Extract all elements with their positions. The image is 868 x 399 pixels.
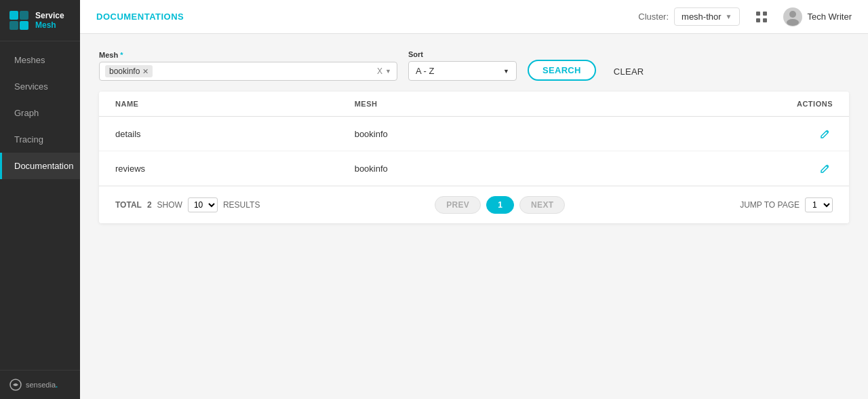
row-mesh-details: bookinfo [355, 129, 594, 139]
sidebar-logo: Service Mesh [0, 0, 80, 41]
search-button[interactable]: SEARCH [528, 60, 596, 81]
main-content: DOCUMENTATIONS Cluster: mesh-thor ▼ [80, 0, 868, 399]
chevron-down-icon: ▼ [726, 13, 732, 20]
user-info: Tech Writer [783, 7, 852, 26]
sort-filter-label: Sort [408, 50, 517, 58]
mesh-input-clear[interactable]: X ▼ [377, 66, 391, 76]
sidebar-item-documentation[interactable]: Documentation [0, 153, 80, 179]
sidebar-footer: sensedia. [0, 370, 80, 399]
chevron-down-icon: ▼ [503, 68, 509, 75]
sort-dropdown[interactable]: A - Z ▼ [408, 61, 517, 81]
page-1-button[interactable]: 1 [486, 196, 514, 214]
cluster-selector: Cluster: mesh-thor ▼ [638, 7, 739, 26]
avatar [783, 7, 802, 26]
show-label: SHOW [157, 200, 182, 210]
user-name: Tech Writer [808, 12, 852, 22]
tag-close-icon[interactable]: ✕ [142, 67, 149, 76]
svg-rect-8 [763, 18, 767, 22]
cluster-label: Cluster: [638, 12, 669, 22]
sidebar-item-tracing[interactable]: Tracing [0, 126, 80, 153]
topbar: DOCUMENTATIONS Cluster: mesh-thor ▼ [80, 0, 868, 34]
total-label: TOTAL [115, 200, 142, 210]
clear-button[interactable]: CLEAR [607, 62, 651, 81]
sort-filter-group: Sort A - Z ▼ [408, 50, 517, 81]
chevron-down-icon: ▼ [385, 68, 391, 75]
table-header: NAME MESH ACTIONS [99, 92, 849, 117]
pagination-info: TOTAL 2 SHOW 10 25 50 RESULTS [115, 197, 260, 212]
svg-rect-2 [9, 21, 18, 30]
grid-icon[interactable] [751, 6, 772, 28]
svg-point-10 [787, 19, 799, 26]
next-button[interactable]: NEXT [519, 196, 565, 214]
svg-rect-5 [756, 12, 760, 16]
logo-icon [8, 10, 30, 31]
sidebar-item-meshes[interactable]: Meshes [0, 47, 80, 73]
row-actions-reviews [593, 161, 833, 176]
jump-to-page: JUMP TO PAGE 1 [740, 197, 833, 212]
sidebar-item-graph[interactable]: Graph [0, 100, 80, 126]
table-row: reviews bookinfo [99, 151, 849, 186]
sidebar: Service Mesh Meshes Services Graph Traci… [0, 0, 80, 399]
row-mesh-reviews: bookinfo [355, 164, 594, 174]
svg-rect-0 [9, 11, 18, 20]
edit-icon[interactable] [818, 126, 833, 141]
pagination: TOTAL 2 SHOW 10 25 50 RESULTS PREV 1 NEX… [99, 186, 849, 223]
svg-rect-6 [763, 12, 767, 16]
prev-button[interactable]: PREV [435, 196, 481, 214]
sensedia-brand-text: sensedia. [26, 381, 58, 389]
row-actions-details [593, 126, 833, 141]
filter-bar: Mesh * bookinfo ✕ X ▼ Sort A - [99, 50, 849, 81]
pagination-controls: PREV 1 NEXT [435, 196, 565, 214]
sidebar-navigation: Meshes Services Graph Tracing Documentat… [0, 41, 80, 370]
mesh-filter-group: Mesh * bookinfo ✕ X ▼ [99, 51, 397, 81]
column-header-mesh: MESH [355, 100, 594, 108]
table-row: details bookinfo [99, 117, 849, 151]
cluster-dropdown[interactable]: mesh-thor ▼ [674, 7, 739, 26]
edit-icon[interactable] [818, 161, 833, 176]
sensedia-logo: sensedia. [9, 379, 58, 391]
page-title: DOCUMENTATIONS [96, 12, 184, 22]
show-select[interactable]: 10 25 50 [188, 197, 218, 212]
sensedia-logo-icon [9, 379, 22, 391]
row-name-reviews: reviews [115, 164, 355, 174]
page-jump-select[interactable]: 1 [805, 197, 833, 212]
column-header-actions: ACTIONS [593, 100, 833, 108]
column-header-name: NAME [115, 100, 355, 108]
results-label: RESULTS [223, 200, 260, 210]
logo-text: Service Mesh [35, 11, 64, 30]
mesh-tag-bookinfo: bookinfo ✕ [105, 65, 153, 77]
total-value: 2 [147, 200, 152, 210]
mesh-input[interactable]: bookinfo ✕ X ▼ [99, 62, 397, 81]
svg-rect-1 [20, 11, 28, 20]
sidebar-item-services[interactable]: Services [0, 73, 80, 100]
jump-label: JUMP TO PAGE [740, 200, 800, 210]
svg-rect-7 [756, 18, 760, 22]
mesh-filter-label: Mesh * [99, 51, 397, 59]
page-content: Mesh * bookinfo ✕ X ▼ Sort A - [80, 34, 868, 399]
results-table-card: NAME MESH ACTIONS details bookinfo [99, 92, 849, 223]
topbar-right: Cluster: mesh-thor ▼ [638, 6, 852, 28]
svg-rect-3 [20, 21, 28, 30]
row-name-details: details [115, 129, 355, 139]
svg-point-9 [789, 11, 796, 18]
